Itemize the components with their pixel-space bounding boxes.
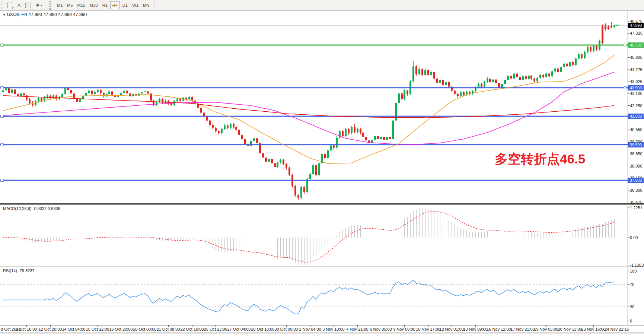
macd-values: 0.9322 0.6838 [34, 206, 60, 211]
time-tick-label: 27 Oct 04:00 [227, 327, 251, 331]
time-tick-label: 16 Oct 20:00 [109, 327, 133, 331]
time-tick-label: 21 Oct 08:00 [157, 327, 180, 331]
diamonds-icon: ❖ [36, 3, 39, 8]
chart-title[interactable]: ▼UKOil-,H4 47.890 47.890 47.890 47.890 [3, 12, 87, 17]
macd-name: MACD(12,26,9) [3, 206, 31, 211]
macd-tick-label: 0.00 [630, 235, 638, 240]
time-tick-label: 13 Nov 09:00 [463, 327, 487, 331]
time-tick-label: 19 Nov 05:00 [534, 327, 558, 331]
dashed-frame-f-tool-icon[interactable]: F [6, 1, 15, 10]
rsi-tick-label: 0 [630, 319, 632, 323]
hline-price-badge: 37.000 [628, 178, 644, 183]
time-tick-label: 28 Oct 16:00 [251, 327, 275, 331]
macd-indicator-label: MACD(12,26,9)0.9322 0.6838 [3, 206, 60, 211]
support-resistance-line[interactable] [0, 180, 628, 181]
current-price-badge: 47.890 [628, 23, 644, 28]
price-tick-label: 40.550 [630, 127, 643, 132]
support-resistance-line[interactable] [0, 87, 628, 88]
text-tool-icon[interactable]: A [15, 1, 23, 10]
price-tick-label: 38.850 [630, 152, 643, 156]
macd-panel[interactable] [0, 205, 644, 266]
toolbar-drag-grip[interactable] [1, 1, 4, 9]
chevron-down-icon: ▼ [40, 4, 42, 7]
price-tick-label: 35.475 [630, 200, 643, 204]
price-tick-label: 45.625 [630, 55, 643, 60]
time-tick-label: 14 Oct 04:00 [62, 327, 86, 331]
text-label-tool-icon[interactable]: T [23, 1, 32, 10]
support-resistance-line[interactable] [0, 116, 628, 117]
toolbar-separator [154, 1, 155, 9]
timeframe-group: M1M5M15M30H1H4D1W1MN [55, 1, 152, 9]
price-tick-label: 38.000 [630, 164, 643, 168]
shapes-tool-icon[interactable]: ❖ ▼ [32, 1, 46, 10]
support-resistance-line[interactable] [0, 45, 628, 46]
hline-price-badge: 43.500 [628, 85, 644, 90]
time-tick-label: 2 Nov 04:00 [299, 327, 321, 331]
toolbar: F A T ❖ ▼ M1M5M15M30H1H4D1W1MN [0, 0, 644, 11]
price-tick-label: 43.925 [630, 79, 643, 84]
timeframe-D1[interactable]: D1 [120, 1, 130, 9]
macd-tick-label: 1.2251 [630, 206, 643, 210]
price-tick-label: 36.300 [630, 188, 643, 193]
mt4-window: F A T ❖ ▼ M1M5M15M30H1H4D1W1MN ▼UKOil-,H… [0, 0, 644, 334]
candles-layer [2, 22, 615, 200]
time-tick-label: 15 Oct 12:00 [86, 327, 109, 331]
timeframe-M15[interactable]: M15 [76, 1, 87, 9]
rsi-tick-label: 70 [630, 282, 634, 287]
hline-price-badge: 39.500 [628, 142, 644, 147]
annotation-text[interactable]: 多空转折点46.5 [495, 150, 585, 168]
price-tick-label: 47.325 [630, 31, 643, 35]
time-tick-label: 22 Oct 16:00 [181, 327, 204, 331]
timeframe-W1[interactable]: W1 [130, 1, 140, 9]
time-tick-label: 17 Nov 21:00 [510, 327, 535, 331]
f-subscript-label: F [12, 6, 14, 10]
time-tick-label: 9 Nov 08:00 [393, 327, 415, 331]
time-tick-label: 16 Nov 12:00 [487, 327, 511, 331]
price-tick-label: 42.250 [630, 104, 643, 108]
chart-title-text: UKOil-,H4 47.890 47.890 47.890 47.890 [7, 12, 87, 17]
time-axis: 8 Oct 20209 Oct 16:0012 Oct 20:0014 Oct … [0, 325, 644, 332]
time-tick-label: 10 Nov 17:00 [416, 327, 440, 331]
time-tick-label: 20 Oct 00:00 [133, 327, 157, 331]
ma-fast-orange [3, 55, 614, 163]
timeframe-MN[interactable]: MN [141, 1, 151, 9]
price-tick-label: 44.775 [630, 67, 643, 72]
macd-signal-line [3, 211, 614, 262]
ma-mid-magenta [3, 72, 614, 144]
last-close-tick [616, 25, 619, 26]
rsi-indicator-label: RSI(14)79.8237 [3, 268, 35, 273]
support-resistance-line[interactable] [0, 144, 628, 145]
time-tick-label: 6 Nov 05:00 [370, 327, 392, 331]
hline-handle[interactable] [1, 44, 3, 47]
time-tick-label: 25 Oct 23:00 [204, 327, 227, 331]
main-chart-panel[interactable] [0, 11, 644, 203]
rsi-value: 79.8237 [20, 268, 35, 273]
hline-handle[interactable] [624, 44, 626, 46]
horizontal-scroll-strip[interactable] [0, 332, 644, 334]
timeframe-M30[interactable]: M30 [88, 1, 99, 9]
rsi-name: RSI(14) [3, 268, 17, 273]
time-tick-label: 20 Nov 13:00 [558, 327, 582, 331]
time-tick-label: 12 Oct 20:00 [39, 327, 62, 331]
rsi-tick-label: 100 [630, 269, 637, 273]
hline-price-badge: 46.500 [628, 42, 644, 48]
toolbar-drag-grip[interactable] [50, 1, 52, 10]
time-tick-label: 12 Nov 01:00 [439, 327, 463, 331]
rsi-tick-label: 30 [630, 305, 634, 309]
timeframe-H1[interactable]: H1 [100, 1, 109, 9]
hline-handle[interactable] [1, 86, 3, 89]
hline-handle[interactable] [1, 179, 3, 182]
ma-slow-red [3, 96, 614, 118]
timeframe-H4[interactable]: H4 [110, 1, 119, 9]
hline-handle[interactable] [1, 115, 3, 118]
hline-handle[interactable] [1, 143, 3, 146]
collapse-arrow-icon[interactable]: ▼ [3, 13, 6, 17]
time-tick-label: 9 Oct 16:00 [16, 327, 37, 331]
timeframe-M5[interactable]: M5 [65, 1, 74, 9]
time-tick-label: 23 Nov 16:00 [581, 327, 605, 331]
hline-handle[interactable] [624, 87, 626, 89]
time-tick-label: 24 Nov 22:15 [605, 327, 629, 331]
timeframe-M1[interactable]: M1 [55, 1, 64, 9]
rsi-panel[interactable] [0, 267, 644, 325]
time-tick-label: 4 Nov 21:00 [346, 327, 368, 331]
